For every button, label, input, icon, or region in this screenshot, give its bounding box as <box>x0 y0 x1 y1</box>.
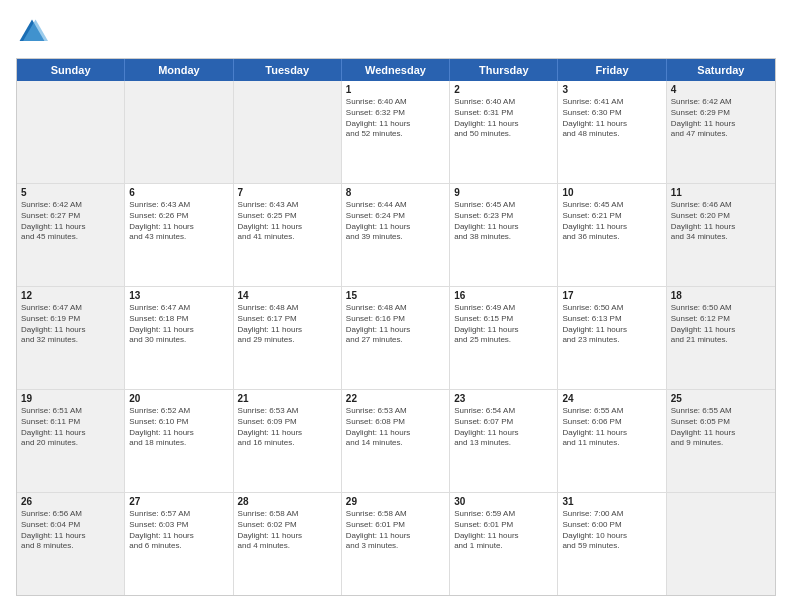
day-number: 29 <box>346 496 445 507</box>
cell-info: Sunrise: 6:45 AM Sunset: 6:21 PM Dayligh… <box>562 200 661 243</box>
day-header: Wednesday <box>342 59 450 81</box>
logo-icon <box>16 16 48 48</box>
day-number: 30 <box>454 496 553 507</box>
day-number: 31 <box>562 496 661 507</box>
calendar-cell: 12Sunrise: 6:47 AM Sunset: 6:19 PM Dayli… <box>17 287 125 389</box>
logo <box>16 16 52 48</box>
cell-info: Sunrise: 6:48 AM Sunset: 6:17 PM Dayligh… <box>238 303 337 346</box>
calendar-cell: 15Sunrise: 6:48 AM Sunset: 6:16 PM Dayli… <box>342 287 450 389</box>
calendar-cell: 10Sunrise: 6:45 AM Sunset: 6:21 PM Dayli… <box>558 184 666 286</box>
calendar-cell: 31Sunrise: 7:00 AM Sunset: 6:00 PM Dayli… <box>558 493 666 595</box>
cell-info: Sunrise: 6:50 AM Sunset: 6:13 PM Dayligh… <box>562 303 661 346</box>
cell-info: Sunrise: 6:55 AM Sunset: 6:05 PM Dayligh… <box>671 406 771 449</box>
cell-info: Sunrise: 6:58 AM Sunset: 6:01 PM Dayligh… <box>346 509 445 552</box>
calendar-cell: 30Sunrise: 6:59 AM Sunset: 6:01 PM Dayli… <box>450 493 558 595</box>
day-number: 28 <box>238 496 337 507</box>
cell-info: Sunrise: 6:58 AM Sunset: 6:02 PM Dayligh… <box>238 509 337 552</box>
calendar-cell <box>125 81 233 183</box>
calendar-cell: 16Sunrise: 6:49 AM Sunset: 6:15 PM Dayli… <box>450 287 558 389</box>
cell-info: Sunrise: 6:59 AM Sunset: 6:01 PM Dayligh… <box>454 509 553 552</box>
day-number: 10 <box>562 187 661 198</box>
day-number: 20 <box>129 393 228 404</box>
calendar-cell: 5Sunrise: 6:42 AM Sunset: 6:27 PM Daylig… <box>17 184 125 286</box>
day-number: 7 <box>238 187 337 198</box>
day-number: 8 <box>346 187 445 198</box>
day-number: 21 <box>238 393 337 404</box>
calendar-cell: 29Sunrise: 6:58 AM Sunset: 6:01 PM Dayli… <box>342 493 450 595</box>
calendar-cell: 17Sunrise: 6:50 AM Sunset: 6:13 PM Dayli… <box>558 287 666 389</box>
calendar-row: 5Sunrise: 6:42 AM Sunset: 6:27 PM Daylig… <box>17 184 775 287</box>
cell-info: Sunrise: 6:57 AM Sunset: 6:03 PM Dayligh… <box>129 509 228 552</box>
calendar-cell: 23Sunrise: 6:54 AM Sunset: 6:07 PM Dayli… <box>450 390 558 492</box>
cell-info: Sunrise: 6:56 AM Sunset: 6:04 PM Dayligh… <box>21 509 120 552</box>
cell-info: Sunrise: 6:50 AM Sunset: 6:12 PM Dayligh… <box>671 303 771 346</box>
cell-info: Sunrise: 6:42 AM Sunset: 6:27 PM Dayligh… <box>21 200 120 243</box>
calendar-cell: 27Sunrise: 6:57 AM Sunset: 6:03 PM Dayli… <box>125 493 233 595</box>
page: SundayMondayTuesdayWednesdayThursdayFrid… <box>0 0 792 612</box>
calendar-cell: 20Sunrise: 6:52 AM Sunset: 6:10 PM Dayli… <box>125 390 233 492</box>
calendar-cell: 3Sunrise: 6:41 AM Sunset: 6:30 PM Daylig… <box>558 81 666 183</box>
cell-info: Sunrise: 6:49 AM Sunset: 6:15 PM Dayligh… <box>454 303 553 346</box>
calendar-header: SundayMondayTuesdayWednesdayThursdayFrid… <box>17 59 775 81</box>
calendar-cell: 28Sunrise: 6:58 AM Sunset: 6:02 PM Dayli… <box>234 493 342 595</box>
calendar-body: 1Sunrise: 6:40 AM Sunset: 6:32 PM Daylig… <box>17 81 775 595</box>
calendar-cell: 26Sunrise: 6:56 AM Sunset: 6:04 PM Dayli… <box>17 493 125 595</box>
calendar-cell: 4Sunrise: 6:42 AM Sunset: 6:29 PM Daylig… <box>667 81 775 183</box>
day-header: Saturday <box>667 59 775 81</box>
calendar-cell: 8Sunrise: 6:44 AM Sunset: 6:24 PM Daylig… <box>342 184 450 286</box>
cell-info: Sunrise: 6:53 AM Sunset: 6:09 PM Dayligh… <box>238 406 337 449</box>
header <box>16 16 776 48</box>
cell-info: Sunrise: 6:45 AM Sunset: 6:23 PM Dayligh… <box>454 200 553 243</box>
cell-info: Sunrise: 6:51 AM Sunset: 6:11 PM Dayligh… <box>21 406 120 449</box>
calendar-cell: 13Sunrise: 6:47 AM Sunset: 6:18 PM Dayli… <box>125 287 233 389</box>
calendar-cell: 11Sunrise: 6:46 AM Sunset: 6:20 PM Dayli… <box>667 184 775 286</box>
calendar-cell: 22Sunrise: 6:53 AM Sunset: 6:08 PM Dayli… <box>342 390 450 492</box>
day-header: Monday <box>125 59 233 81</box>
day-number: 19 <box>21 393 120 404</box>
day-number: 14 <box>238 290 337 301</box>
calendar-cell: 9Sunrise: 6:45 AM Sunset: 6:23 PM Daylig… <box>450 184 558 286</box>
calendar-cell: 19Sunrise: 6:51 AM Sunset: 6:11 PM Dayli… <box>17 390 125 492</box>
day-number: 22 <box>346 393 445 404</box>
calendar-row: 1Sunrise: 6:40 AM Sunset: 6:32 PM Daylig… <box>17 81 775 184</box>
cell-info: Sunrise: 6:42 AM Sunset: 6:29 PM Dayligh… <box>671 97 771 140</box>
day-number: 18 <box>671 290 771 301</box>
day-number: 27 <box>129 496 228 507</box>
day-number: 13 <box>129 290 228 301</box>
cell-info: Sunrise: 6:53 AM Sunset: 6:08 PM Dayligh… <box>346 406 445 449</box>
day-number: 16 <box>454 290 553 301</box>
calendar-cell <box>667 493 775 595</box>
cell-info: Sunrise: 6:47 AM Sunset: 6:18 PM Dayligh… <box>129 303 228 346</box>
day-number: 17 <box>562 290 661 301</box>
day-number: 3 <box>562 84 661 95</box>
cell-info: Sunrise: 6:40 AM Sunset: 6:32 PM Dayligh… <box>346 97 445 140</box>
calendar-cell: 1Sunrise: 6:40 AM Sunset: 6:32 PM Daylig… <box>342 81 450 183</box>
cell-info: Sunrise: 6:43 AM Sunset: 6:26 PM Dayligh… <box>129 200 228 243</box>
day-header: Friday <box>558 59 666 81</box>
calendar-row: 26Sunrise: 6:56 AM Sunset: 6:04 PM Dayli… <box>17 493 775 595</box>
calendar-cell <box>234 81 342 183</box>
cell-info: Sunrise: 6:40 AM Sunset: 6:31 PM Dayligh… <box>454 97 553 140</box>
calendar-cell: 7Sunrise: 6:43 AM Sunset: 6:25 PM Daylig… <box>234 184 342 286</box>
calendar-cell: 25Sunrise: 6:55 AM Sunset: 6:05 PM Dayli… <box>667 390 775 492</box>
day-number: 4 <box>671 84 771 95</box>
calendar-cell: 6Sunrise: 6:43 AM Sunset: 6:26 PM Daylig… <box>125 184 233 286</box>
day-number: 1 <box>346 84 445 95</box>
cell-info: Sunrise: 6:52 AM Sunset: 6:10 PM Dayligh… <box>129 406 228 449</box>
day-header: Thursday <box>450 59 558 81</box>
calendar-cell: 18Sunrise: 6:50 AM Sunset: 6:12 PM Dayli… <box>667 287 775 389</box>
day-number: 2 <box>454 84 553 95</box>
cell-info: Sunrise: 6:55 AM Sunset: 6:06 PM Dayligh… <box>562 406 661 449</box>
cell-info: Sunrise: 6:41 AM Sunset: 6:30 PM Dayligh… <box>562 97 661 140</box>
day-number: 12 <box>21 290 120 301</box>
day-number: 5 <box>21 187 120 198</box>
day-number: 24 <box>562 393 661 404</box>
calendar-cell: 14Sunrise: 6:48 AM Sunset: 6:17 PM Dayli… <box>234 287 342 389</box>
calendar-row: 19Sunrise: 6:51 AM Sunset: 6:11 PM Dayli… <box>17 390 775 493</box>
calendar-cell <box>17 81 125 183</box>
day-header: Sunday <box>17 59 125 81</box>
cell-info: Sunrise: 6:43 AM Sunset: 6:25 PM Dayligh… <box>238 200 337 243</box>
day-number: 9 <box>454 187 553 198</box>
day-number: 26 <box>21 496 120 507</box>
cell-info: Sunrise: 7:00 AM Sunset: 6:00 PM Dayligh… <box>562 509 661 552</box>
